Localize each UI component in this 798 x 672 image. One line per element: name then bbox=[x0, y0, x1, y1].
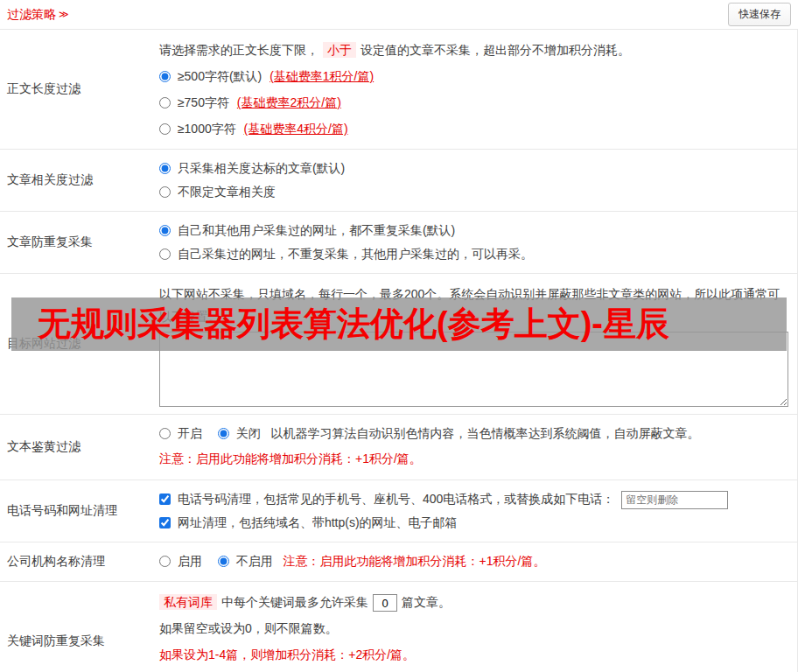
company-clean-note: 注意：启用此功能将增加积分消耗：+1积分/篇。 bbox=[284, 554, 546, 568]
length-option-1000-fee: (基础费率4积分/篇) bbox=[244, 122, 348, 136]
length-filter-label: 正文长度过滤 bbox=[0, 30, 149, 149]
porn-filter-on-label: 开启 bbox=[178, 426, 202, 440]
page-title-text: 过滤策略 bbox=[7, 7, 56, 23]
row-dedup-collect: 文章防重复采集 自己和其他用户采集过的网址，都不重复采集(默认) 自己采集过的网… bbox=[0, 212, 797, 274]
private-lexicon-highlight: 私有词库 bbox=[159, 594, 217, 610]
length-option-1000-radio[interactable] bbox=[159, 123, 171, 135]
keyword-dedup-line1-post: 篇文章。 bbox=[402, 595, 451, 609]
keyword-dedup-line3: 如果设为1-4篇，则增加积分消耗：+2积分/篇。 bbox=[159, 641, 788, 668]
filter-strategy-page: 过滤策略 ≫ 快速保存 正文长度过滤 请选择需求的正文长度下限，小于设定值的文章… bbox=[0, 0, 798, 672]
porn-filter-off[interactable]: 关闭 bbox=[218, 426, 264, 440]
double-chevron-icon: ≫ bbox=[59, 9, 69, 20]
dedup-collect-label: 文章防重复采集 bbox=[0, 212, 149, 273]
length-option-750-radio[interactable] bbox=[159, 97, 171, 108]
porn-filter-on[interactable]: 开启 bbox=[159, 426, 206, 440]
company-clean-options-line: 启用 不启用 注意：启用此功能将增加积分消耗：+1积分/篇。 bbox=[159, 550, 788, 573]
dedup-option-global-label: 自己和其他用户采集过的网址，都不重复采集(默认) bbox=[178, 223, 455, 237]
company-clean-off-radio[interactable] bbox=[218, 556, 229, 567]
settings-table: 正文长度过滤 请选择需求的正文长度下限，小于设定值的文章不采集，超出部分不增加积… bbox=[0, 30, 798, 672]
relevance-option-any[interactable]: 不限定文章相关度 bbox=[159, 185, 276, 199]
url-clean-option[interactable]: 网址清理，包括纯域名、带http(s)的网址、电子邮箱 bbox=[159, 515, 458, 529]
length-filter-content: 请选择需求的正文长度下限，小于设定值的文章不采集，超出部分不增加积分消耗。 ≥5… bbox=[149, 30, 797, 149]
company-clean-content: 启用 不启用 注意：启用此功能将增加积分消耗：+1积分/篇。 bbox=[149, 542, 797, 581]
dedup-option-self[interactable]: 自己采集过的网址，不重复采集，其他用户采集过的，可以再采。 bbox=[159, 247, 533, 261]
dedup-option-self-label: 自己采集过的网址，不重复采集，其他用户采集过的，可以再采。 bbox=[178, 247, 533, 261]
dedup-option-2-line: 自己采集过的网址，不重复采集，其他用户采集过的，可以再采。 bbox=[159, 242, 788, 266]
company-clean-on-label: 启用 bbox=[178, 554, 202, 568]
page-title[interactable]: 过滤策略 ≫ bbox=[7, 7, 69, 23]
length-option-500-label: ≥500字符(默认) bbox=[178, 69, 262, 83]
porn-filter-desc: 以机器学习算法自动识别色情内容，当色情概率达到系统阈值，自动屏蔽文章。 bbox=[271, 426, 700, 440]
length-option-1000-label: ≥1000字符 bbox=[178, 122, 236, 136]
dedup-collect-content: 自己和其他用户采集过的网址，都不重复采集(默认) 自己采集过的网址，不重复采集，… bbox=[149, 212, 797, 273]
length-option-500[interactable]: ≥500字符(默认) bbox=[159, 69, 265, 83]
porn-filter-off-radio[interactable] bbox=[218, 428, 229, 439]
company-clean-off[interactable]: 不启用 bbox=[218, 554, 276, 568]
row-company-clean: 公司机构名称清理 启用 不启用 注意：启用此功能将增加积分消耗：+1积分/篇。 bbox=[0, 542, 797, 582]
row-porn-filter: 文本鉴黄过滤 开启 关闭 以机器学习算法自动识别色情内容，当色情概率达到系统阈值… bbox=[0, 415, 797, 480]
company-clean-on-radio[interactable] bbox=[159, 556, 171, 567]
length-option-500-radio[interactable] bbox=[159, 71, 171, 82]
phone-clean-label: 电话号码清理，包括常见的手机号、座机号、400电话格式，或替换成如下电话： bbox=[178, 492, 614, 506]
row-keyword-dedup: 关键词防重复采集 私有词库中每个关键词最多允许采集篇文章。 如果留空或设为0，则… bbox=[0, 582, 797, 672]
length-option-750-label: ≥750字符 bbox=[178, 95, 229, 109]
length-option-500-line: ≥500字符(默认) (基础费率1积分/篇) bbox=[159, 63, 788, 89]
keyword-max-count-input[interactable] bbox=[373, 594, 397, 612]
relevance-option-1-line: 只采集相关度达标的文章(默认) bbox=[159, 157, 788, 180]
company-clean-off-label: 不启用 bbox=[236, 554, 273, 568]
phone-clean-option[interactable]: 电话号码清理，包括常见的手机号、座机号、400电话格式，或替换成如下电话： bbox=[159, 492, 618, 506]
length-option-750[interactable]: ≥750字符 bbox=[159, 95, 233, 109]
porn-filter-options-line: 开启 关闭 以机器学习算法自动识别色情内容，当色情概率达到系统阈值，自动屏蔽文章… bbox=[159, 422, 788, 445]
length-intro-highlight: 小于 bbox=[323, 42, 356, 58]
watermark-banner: 无规则采集器列表算法优化(参考上文)-星辰 bbox=[11, 298, 787, 351]
keyword-dedup-label: 关键词防重复采集 bbox=[0, 582, 149, 672]
quick-save-button[interactable]: 快速保存 bbox=[728, 3, 791, 26]
relevance-option-strict[interactable]: 只采集相关度达标的文章(默认) bbox=[159, 161, 345, 175]
length-filter-intro: 请选择需求的正文长度下限，小于设定值的文章不采集，超出部分不增加积分消耗。 bbox=[159, 37, 788, 63]
dedup-option-1-line: 自己和其他用户采集过的网址，都不重复采集(默认) bbox=[159, 219, 788, 242]
relevance-filter-content: 只采集相关度达标的文章(默认) 不限定文章相关度 bbox=[149, 150, 797, 211]
length-intro-pre: 请选择需求的正文长度下限， bbox=[159, 43, 318, 57]
watermark-text: 无规则采集器列表算法优化(参考上文)-星辰 bbox=[38, 302, 669, 346]
keyword-dedup-line1-mid: 中每个关键词最多允许采集 bbox=[221, 595, 368, 609]
url-clean-checkbox[interactable] bbox=[159, 517, 171, 528]
row-phone-url-clean: 电话号码和网址清理 电话号码清理，包括常见的手机号、座机号、400电话格式，或替… bbox=[0, 480, 797, 542]
relevance-option-any-radio[interactable] bbox=[159, 186, 171, 198]
relevance-option-strict-label: 只采集相关度达标的文章(默认) bbox=[178, 161, 345, 175]
porn-filter-content: 开启 关闭 以机器学习算法自动识别色情内容，当色情概率达到系统阈值，自动屏蔽文章… bbox=[149, 415, 797, 480]
porn-filter-note: 注意：启用此功能将增加积分消耗：+1积分/篇。 bbox=[159, 445, 788, 472]
length-intro-post: 设定值的文章不采集，超出部分不增加积分消耗。 bbox=[360, 43, 630, 57]
porn-filter-on-radio[interactable] bbox=[159, 428, 171, 439]
porn-filter-off-label: 关闭 bbox=[236, 426, 261, 440]
phone-url-clean-content: 电话号码清理，包括常见的手机号、座机号、400电话格式，或替换成如下电话： 网址… bbox=[149, 480, 797, 542]
length-option-1000-line: ≥1000字符 (基础费率4积分/篇) bbox=[159, 116, 788, 142]
length-option-750-line: ≥750字符 (基础费率2积分/篇) bbox=[159, 89, 788, 116]
url-clean-line: 网址清理，包括纯域名、带http(s)的网址、电子邮箱 bbox=[159, 511, 788, 535]
url-clean-label: 网址清理，包括纯域名、带http(s)的网址、电子邮箱 bbox=[178, 515, 458, 529]
dedup-option-self-radio[interactable] bbox=[159, 248, 171, 260]
keyword-dedup-line2: 如果留空或设为0，则不限篇数。 bbox=[159, 615, 788, 641]
length-option-1000[interactable]: ≥1000字符 bbox=[159, 122, 240, 136]
phone-replace-input[interactable] bbox=[621, 491, 728, 509]
row-length-filter: 正文长度过滤 请选择需求的正文长度下限，小于设定值的文章不采集，超出部分不增加积… bbox=[0, 30, 797, 150]
keyword-dedup-content: 私有词库中每个关键词最多允许采集篇文章。 如果留空或设为0，则不限篇数。 如果设… bbox=[149, 582, 797, 672]
row-relevance-filter: 文章相关度过滤 只采集相关度达标的文章(默认) 不限定文章相关度 bbox=[0, 150, 797, 212]
dedup-option-global-radio[interactable] bbox=[159, 225, 171, 236]
keyword-dedup-line4: 如果设为5篇或以上，也不会额外增加积分消耗。注意事项≫ bbox=[159, 668, 788, 672]
company-clean-label: 公司机构名称清理 bbox=[0, 542, 149, 581]
porn-filter-label: 文本鉴黄过滤 bbox=[0, 415, 149, 480]
dedup-option-global[interactable]: 自己和其他用户采集过的网址，都不重复采集(默认) bbox=[159, 223, 455, 237]
relevance-option-strict-radio[interactable] bbox=[159, 163, 171, 174]
phone-clean-checkbox[interactable] bbox=[159, 494, 171, 505]
relevance-option-2-line: 不限定文章相关度 bbox=[159, 180, 788, 204]
phone-clean-line: 电话号码清理，包括常见的手机号、座机号、400电话格式，或替换成如下电话： bbox=[159, 487, 788, 511]
relevance-filter-label: 文章相关度过滤 bbox=[0, 150, 149, 211]
length-option-500-fee: (基础费率1积分/篇) bbox=[270, 69, 374, 83]
keyword-dedup-line1: 私有词库中每个关键词最多允许采集篇文章。 bbox=[159, 589, 788, 615]
length-option-750-fee: (基础费率2积分/篇) bbox=[237, 95, 341, 109]
topbar: 过滤策略 ≫ 快速保存 bbox=[0, 0, 798, 30]
phone-url-clean-label: 电话号码和网址清理 bbox=[0, 480, 149, 542]
company-clean-on[interactable]: 启用 bbox=[159, 554, 206, 568]
relevance-option-any-label: 不限定文章相关度 bbox=[178, 185, 276, 199]
